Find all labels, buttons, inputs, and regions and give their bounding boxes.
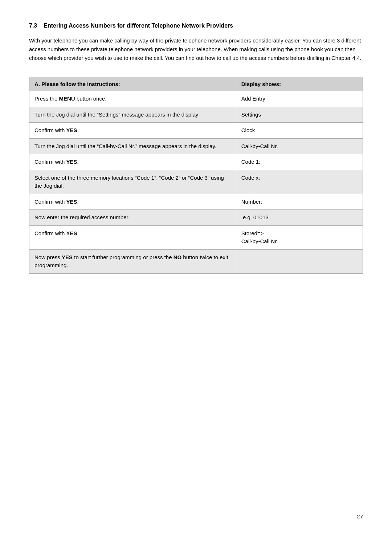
bold-yes: YES — [66, 230, 77, 236]
col1-header: A. Please follow the instructions: — [29, 77, 236, 91]
section-title: Entering Access Numbers for different Te… — [44, 23, 233, 29]
table-row: Confirm with YES. Code 1: — [29, 154, 363, 170]
bold-yes: YES — [66, 159, 77, 165]
display-cell: Settings — [236, 107, 363, 123]
table-row: Confirm with YES. Stored=>Call-by-Call N… — [29, 225, 363, 249]
display-cell: Code 1: — [236, 154, 363, 170]
table-row: Now enter the required access number e.g… — [29, 210, 363, 226]
instruction-cell: Turn the Jog dial until the “Settings” m… — [29, 107, 236, 123]
instruction-cell: Press the MENU button once. — [29, 91, 236, 107]
instruction-cell: Confirm with YES. — [29, 194, 236, 210]
instruction-cell: Now enter the required access number — [29, 210, 236, 226]
display-cell — [236, 249, 363, 273]
col2-header: Display shows: — [236, 77, 363, 91]
display-cell: Call-by-Call Nr. — [236, 138, 363, 154]
display-cell: Number: — [236, 194, 363, 210]
instruction-cell: Confirm with YES. — [29, 123, 236, 139]
page-container: 7.3Entering Access Numbers for different… — [0, 0, 392, 314]
bold-no: NO — [173, 254, 182, 260]
table-row: Now press YES to start further programmi… — [29, 249, 363, 273]
table-row: Select one of the three memory locations… — [29, 170, 363, 194]
display-cell: e.g. 01013 — [236, 210, 363, 226]
instruction-cell: Select one of the three memory locations… — [29, 170, 236, 194]
display-cell: Stored=>Call-by-Call Nr. — [236, 225, 363, 249]
instruction-cell: Confirm with YES. — [29, 154, 236, 170]
table-row: Confirm with YES. Number: — [29, 194, 363, 210]
instruction-cell: Now press YES to start further programmi… — [29, 249, 236, 273]
table-row: Turn the Jog dial until the “Settings” m… — [29, 107, 363, 123]
display-cell: Add Entry — [236, 91, 363, 107]
bold-menu: MENU — [59, 95, 75, 102]
display-cell: Code x: — [236, 170, 363, 194]
bold-yes: YES — [66, 199, 77, 205]
instruction-cell: Turn the Jog dial until the “Call-by-Cal… — [29, 138, 236, 154]
table-row: Turn the Jog dial until the “Call-by-Cal… — [29, 138, 363, 154]
section-number: 7.3 — [29, 23, 37, 29]
intro-paragraph: With your telephone you can make calling… — [29, 36, 363, 62]
section-heading: 7.3Entering Access Numbers for different… — [29, 22, 363, 30]
instruction-cell: Confirm with YES. — [29, 225, 236, 249]
table-row: Press the MENU button once. Add Entry — [29, 91, 363, 107]
instructions-table: A. Please follow the instructions: Displ… — [29, 77, 363, 274]
bold-yes: YES — [66, 127, 77, 133]
table-row: Confirm with YES. Clock — [29, 123, 363, 139]
display-cell: Clock — [236, 123, 363, 139]
bold-yes: YES — [62, 254, 73, 260]
page-number: 27 — [357, 513, 363, 519]
